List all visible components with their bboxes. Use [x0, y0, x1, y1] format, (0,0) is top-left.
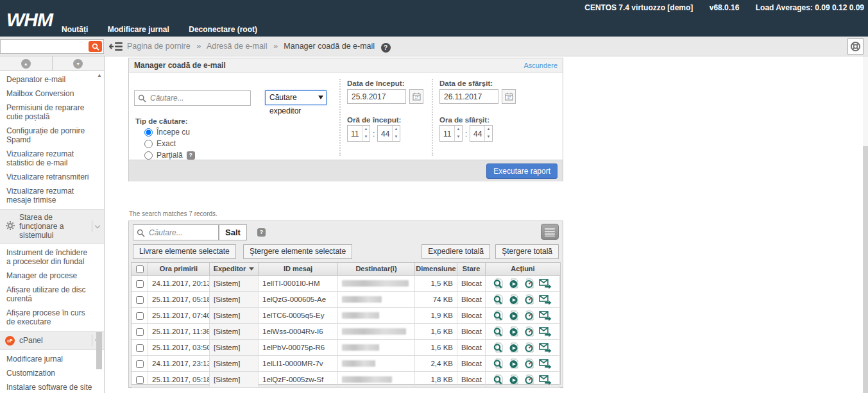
row-checkbox[interactable] — [136, 280, 144, 288]
unfreeze-message-icon[interactable] — [523, 374, 535, 385]
select-all-checkbox[interactable] — [136, 265, 144, 273]
sidebar-item[interactable]: Vizualizare retransmiteri — [0, 170, 105, 184]
sidebar-section-cpanel[interactable]: cP cPanel — [0, 331, 105, 350]
menu-item-logout[interactable]: Deconectare (root) — [189, 25, 257, 34]
page-scrollbar-thumb[interactable] — [863, 146, 868, 393]
unfreeze-message-icon[interactable] — [523, 358, 535, 369]
col-received[interactable]: Ora primirii — [148, 263, 210, 276]
sidebar-item[interactable]: Vizualizare rezumat statistici de e-mail — [0, 147, 105, 170]
radio-input[interactable] — [144, 128, 153, 137]
unfreeze-message-icon[interactable] — [523, 278, 535, 289]
unfreeze-message-icon[interactable] — [523, 294, 535, 305]
row-checkbox[interactable] — [136, 376, 144, 384]
date-start-calendar-button[interactable]: 17 — [409, 89, 423, 104]
breadcrumb-email[interactable]: Adresă de e-mail — [207, 42, 268, 51]
step-up[interactable]: ▲ — [455, 126, 462, 133]
row-checkbox[interactable] — [136, 344, 144, 352]
view-message-icon[interactable] — [493, 278, 504, 289]
row-checkbox[interactable] — [136, 360, 144, 368]
sidebar-item[interactable]: Afișare procese în curs de executare — [0, 306, 105, 329]
step-up[interactable]: ▲ — [362, 126, 370, 133]
time-start-minute-stepper[interactable]: 44 ▲▼ — [377, 125, 400, 142]
help-icon[interactable]: ? — [381, 43, 391, 53]
sidebar-item[interactable]: Depanator e-mail — [0, 72, 105, 87]
row-checkbox[interactable] — [136, 296, 144, 304]
sidebar-item[interactable]: Configurație de pornire Spamd — [0, 124, 105, 147]
step-down[interactable]: ▼ — [362, 133, 370, 141]
radio-partial[interactable]: Parțială ? — [144, 151, 195, 160]
sidebar-item[interactable]: Manager de procese — [0, 269, 105, 283]
time-end-hour-stepper[interactable]: 11 ▲▼ — [439, 125, 463, 142]
deliver-all-button[interactable]: Expediere totală — [421, 244, 490, 259]
deliver-message-icon[interactable] — [508, 374, 520, 385]
scroll-up-button[interactable]: ▲ — [0, 56, 53, 71]
whm-logo[interactable]: WHM — [6, 9, 53, 31]
unfreeze-message-icon[interactable] — [523, 326, 535, 337]
step-up[interactable]: ▲ — [393, 126, 400, 133]
time-end-minute-stepper[interactable]: 44 ▲▼ — [470, 125, 493, 142]
menu-item-news[interactable]: Noutăți — [62, 25, 88, 34]
date-start-input[interactable] — [347, 89, 406, 104]
sidebar-item[interactable]: Modificare jurnal — [0, 352, 105, 366]
sidebar-section-system-health[interactable]: Starea de funcționare a sistemului — [0, 209, 105, 244]
deliver-message-icon[interactable] — [508, 294, 520, 305]
info-icon[interactable]: ? — [187, 151, 195, 160]
search-scope-select[interactable]: Căutare expeditor — [265, 90, 327, 105]
list-view-toggle-button[interactable] — [541, 224, 559, 240]
view-message-icon[interactable] — [493, 358, 504, 369]
view-message-icon[interactable] — [493, 326, 504, 337]
row-checkbox[interactable] — [136, 328, 144, 336]
delete-selected-button[interactable]: Ștergere elemente selectate — [243, 244, 352, 259]
view-message-icon[interactable] — [493, 294, 504, 305]
deliver-message-icon[interactable] — [508, 326, 520, 337]
delete-all-button[interactable]: Ștergere totală — [495, 244, 559, 259]
deliver-message-icon[interactable] — [508, 358, 520, 369]
col-size[interactable]: Dimensiune — [415, 263, 457, 276]
jump-button[interactable]: Salt — [219, 224, 247, 240]
radio-exact[interactable]: Exact — [144, 139, 176, 148]
radio-input[interactable] — [144, 140, 153, 148]
row-checkbox[interactable] — [136, 312, 144, 320]
force-delivery-icon[interactable] — [539, 342, 552, 353]
date-end-calendar-button[interactable]: 17 — [502, 89, 516, 104]
sidebar-item[interactable]: Instalare software de site cPAddons — [0, 380, 105, 393]
step-down[interactable]: ▼ — [455, 133, 462, 141]
deliver-message-icon[interactable] — [508, 310, 520, 321]
menu-item-change-log[interactable]: Modificare jurnal — [108, 25, 169, 34]
support-button[interactable] — [847, 38, 864, 54]
deliver-message-icon[interactable] — [508, 342, 520, 353]
step-down[interactable]: ▼ — [485, 133, 492, 141]
sidebar-scrollbar-thumb[interactable] — [96, 332, 102, 369]
radio-begins-with[interactable]: Începe cu — [144, 128, 190, 137]
col-status[interactable]: Stare — [457, 263, 486, 276]
info-icon[interactable]: ? — [257, 228, 266, 237]
sidebar-item[interactable]: Customization — [0, 366, 105, 380]
queue-search-input[interactable] — [150, 92, 248, 104]
scroll-down-button[interactable]: ▼ — [53, 56, 105, 71]
deliver-selected-button[interactable]: Livrare elemente selectate — [133, 244, 236, 259]
deliver-message-icon[interactable] — [508, 278, 520, 289]
view-message-icon[interactable] — [493, 310, 504, 321]
force-delivery-icon[interactable] — [539, 358, 552, 369]
sidebar-item[interactable]: Instrument de închidere a proceselor din… — [0, 246, 105, 269]
hide-link[interactable]: Ascundere — [523, 62, 557, 69]
force-delivery-icon[interactable] — [539, 326, 552, 337]
force-delivery-icon[interactable] — [539, 374, 552, 385]
force-delivery-icon[interactable] — [539, 278, 552, 289]
radio-input[interactable] — [144, 151, 153, 160]
quick-search-input[interactable] — [2, 40, 87, 53]
unfreeze-message-icon[interactable] — [523, 342, 535, 353]
breadcrumb-home[interactable]: Pagina de pornire — [127, 42, 191, 51]
force-delivery-icon[interactable] — [539, 310, 552, 321]
sidebar-item[interactable]: Afișare utilizare de disc curentă — [0, 283, 105, 306]
time-start-hour-stepper[interactable]: 11 ▲▼ — [347, 125, 370, 142]
sidebar-item[interactable]: Permisiuni de reparare cutie poștală — [0, 101, 105, 124]
view-message-icon[interactable] — [493, 374, 504, 385]
col-message-id[interactable]: ID mesaj — [259, 263, 338, 276]
view-message-icon[interactable] — [493, 342, 504, 353]
date-end-input[interactable] — [439, 89, 498, 104]
sidebar-item[interactable]: Vizualizare rezumat mesaje trimise — [0, 184, 105, 207]
step-up[interactable]: ▲ — [485, 126, 492, 133]
force-delivery-icon[interactable] — [539, 294, 552, 305]
sidebar-item[interactable]: Mailbox Conversion — [0, 87, 105, 101]
